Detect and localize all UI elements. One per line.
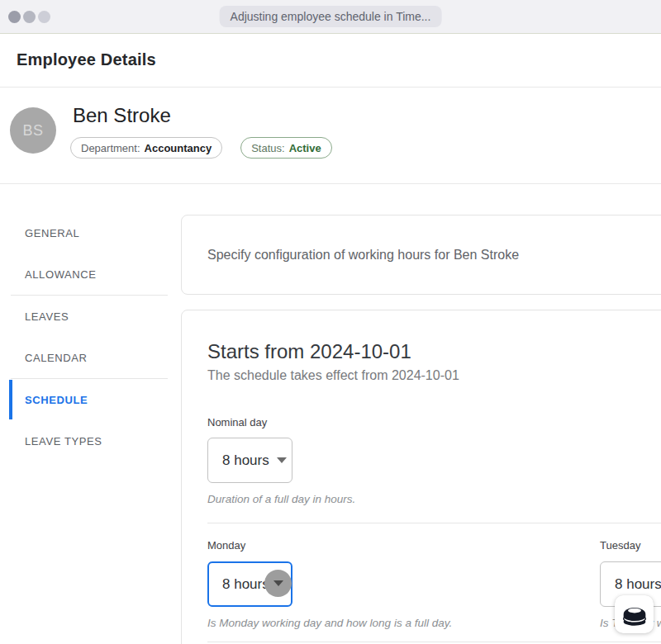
status-badge: Status: Active xyxy=(240,137,332,159)
nominal-day-label: Nominal day xyxy=(207,416,267,429)
sidebar-item-general[interactable]: GENERAL xyxy=(0,212,181,253)
window-title: Adjusting employee schedule in Time... xyxy=(220,6,442,27)
status-label: Status: xyxy=(251,142,284,154)
button-icon xyxy=(620,601,649,627)
tuesday-value: 8 hours xyxy=(615,576,661,593)
nominal-day-helper: Duration of a full day in hours. xyxy=(207,493,355,505)
schedule-card: Starts from 2024-10-01 The schedule take… xyxy=(181,310,661,644)
window-titlebar: Adjusting employee schedule in Time... xyxy=(0,0,661,34)
nominal-day-value: 8 hours xyxy=(222,452,269,469)
avatar: BS xyxy=(10,107,56,154)
sidebar-item-leaves[interactable]: LEAVES xyxy=(0,296,181,337)
monday-label: Monday xyxy=(207,539,245,552)
sidebar-item-calendar[interactable]: CALENDAR xyxy=(0,337,181,378)
department-label: Department: xyxy=(81,142,140,154)
intro-text: Specify configuration of working hours f… xyxy=(207,248,519,263)
employee-profile: BS Ben Stroke Department: Accountancy St… xyxy=(0,88,661,184)
sidebar-item-leave-types[interactable]: LEAVE TYPES xyxy=(0,420,181,462)
department-badge: Department: Accountancy xyxy=(70,137,222,159)
tuesday-label: Tuesday xyxy=(600,539,640,552)
chevron-down-icon xyxy=(277,457,287,463)
employee-badges: Department: Accountancy Status: Active xyxy=(70,137,332,159)
schedule-title: Starts from 2024-10-01 xyxy=(207,340,411,363)
intro-card: Specify configuration of working hours f… xyxy=(181,215,661,295)
page-header: Employee Details xyxy=(0,34,661,88)
divider xyxy=(207,642,661,642)
sidebar-item-schedule[interactable]: SCHEDULE xyxy=(0,379,181,420)
department-value: Accountancy xyxy=(145,142,212,154)
monday-value: 8 hours xyxy=(222,576,269,593)
click-indicator xyxy=(264,570,292,597)
employee-name: Ben Stroke xyxy=(73,104,171,127)
window-minimize-icon[interactable] xyxy=(23,11,36,23)
sidebar-nav: GENERAL ALLOWANCE LEAVES CALENDAR SCHEDU… xyxy=(0,212,181,462)
page-title: Employee Details xyxy=(17,50,156,69)
window-controls xyxy=(8,0,50,33)
chevron-down-icon xyxy=(273,580,283,586)
sidebar-item-allowance[interactable]: ALLOWANCE xyxy=(0,253,181,295)
app-window: Adjusting employee schedule in Time... E… xyxy=(0,0,661,644)
nominal-day-select[interactable]: 8 hours xyxy=(207,438,292,483)
window-zoom-icon[interactable] xyxy=(38,11,50,23)
schedule-subtitle: The schedule takes effect from 2024-10-0… xyxy=(207,368,459,383)
status-value: Active xyxy=(289,142,321,154)
divider xyxy=(207,523,661,523)
floating-button-widget[interactable] xyxy=(615,595,654,633)
window-close-icon[interactable] xyxy=(8,11,21,23)
monday-helper: Is Monday working day and how long is a … xyxy=(207,617,452,629)
